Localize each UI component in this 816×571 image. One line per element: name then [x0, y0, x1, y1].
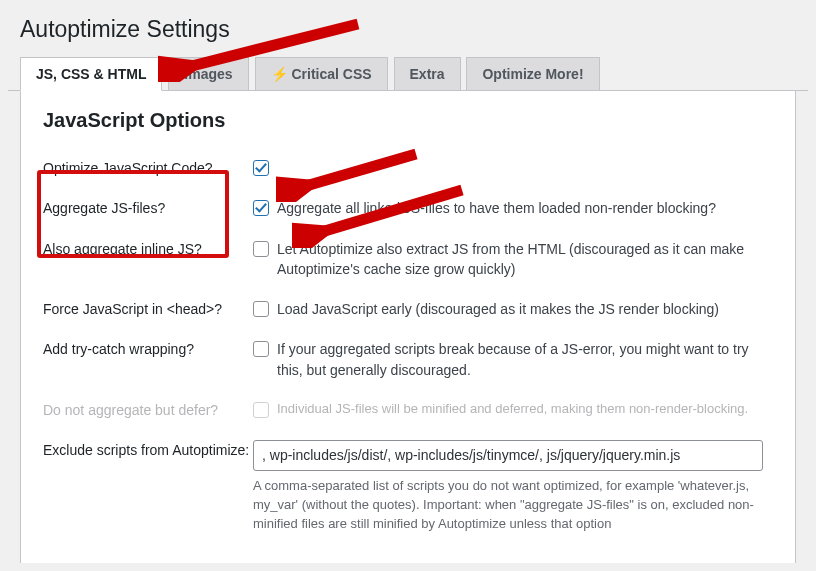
options-table: Optimize JavaScript Code? Aggregate JS-f…: [43, 148, 773, 544]
tab-critical-css[interactable]: ⚡Critical CSS: [255, 57, 388, 90]
tab-optimize-more[interactable]: Optimize More!: [466, 57, 599, 90]
try-catch-desc: If your aggregated scripts break because…: [277, 339, 773, 380]
defer-js-desc: Individual JS-files will be minified and…: [277, 400, 748, 419]
force-head-label: Force JavaScript in <head>?: [43, 289, 253, 329]
page-title: Autoptimize Settings: [8, 8, 808, 57]
optimize-js-label: Optimize JavaScript Code?: [43, 148, 253, 188]
tab-label: Critical CSS: [292, 66, 372, 82]
force-head-checkbox[interactable]: [253, 301, 269, 317]
tab-images[interactable]: Images: [168, 57, 248, 90]
force-head-desc: Load JavaScript early (discouraged as it…: [277, 299, 719, 319]
aggregate-js-desc: Aggregate all linked JS-files to have th…: [277, 198, 716, 218]
inline-js-label: Also aggregate inline JS?: [43, 229, 253, 290]
try-catch-label: Add try-catch wrapping?: [43, 329, 253, 390]
aggregate-js-label: Aggregate JS-files?: [43, 188, 253, 228]
inline-js-desc: Let Autoptimize also extract JS from the…: [277, 239, 773, 280]
settings-panel: JavaScript Options Optimize JavaScript C…: [20, 91, 796, 563]
exclude-label: Exclude scripts from Autoptimize:: [43, 430, 253, 544]
aggregate-js-checkbox[interactable]: [253, 200, 269, 216]
section-title: JavaScript Options: [43, 109, 773, 132]
tabs: JS, CSS & HTML Images ⚡Critical CSS Extr…: [8, 57, 808, 91]
try-catch-checkbox[interactable]: [253, 341, 269, 357]
tab-js-css-html[interactable]: JS, CSS & HTML: [20, 57, 162, 91]
exclude-input[interactable]: [253, 440, 763, 471]
exclude-desc: A comma-separated list of scripts you do…: [253, 477, 773, 534]
tab-extra[interactable]: Extra: [394, 57, 461, 90]
optimize-js-checkbox[interactable]: [253, 160, 269, 176]
inline-js-checkbox[interactable]: [253, 241, 269, 257]
defer-js-label: Do not aggregate but defer?: [43, 390, 253, 430]
lightning-icon: ⚡: [271, 66, 288, 82]
defer-js-checkbox: [253, 402, 269, 418]
